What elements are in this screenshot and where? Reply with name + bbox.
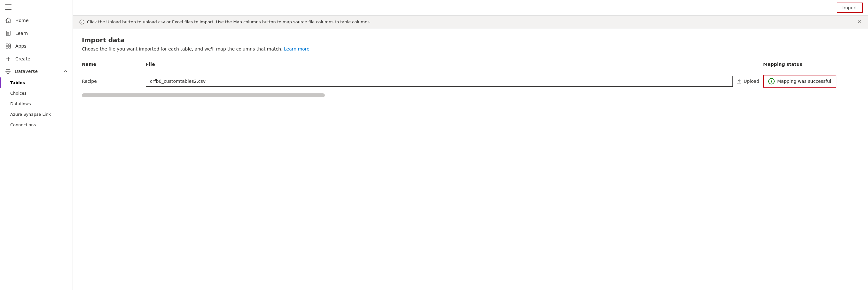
learn-more-link[interactable]: Learn more: [284, 46, 309, 52]
mapping-status-text: Mapping was successful: [777, 79, 831, 84]
content-area: Import data Choose the file you want imp…: [73, 28, 868, 290]
file-input-row: crfb6_customtables2.csv Upload: [146, 76, 759, 87]
sidebar-item-create-label: Create: [16, 56, 30, 61]
info-banner-close[interactable]: ✕: [858, 19, 862, 25]
upload-label: Upload: [744, 79, 759, 84]
chevron-up-icon: [64, 69, 67, 73]
upload-button[interactable]: Upload: [737, 79, 759, 84]
svg-rect-6: [6, 46, 8, 48]
scroll-track[interactable]: [82, 93, 325, 97]
sidebar-item-azure-synapse-label: Azure Synapse Link: [10, 112, 51, 117]
svg-rect-7: [9, 46, 10, 48]
col-header-mapping-status: Mapping status: [763, 59, 859, 70]
upload-icon: [737, 79, 742, 84]
import-table: Name File Mapping status Recipe crfb6_cu…: [82, 59, 859, 92]
sidebar-item-home-label: Home: [16, 18, 28, 23]
sidebar-item-apps-label: Apps: [16, 43, 27, 49]
sidebar-item-connections[interactable]: Connections: [0, 120, 72, 130]
page-title: Import data: [82, 36, 859, 44]
table-row: Recipe crfb6_customtables2.csv: [82, 70, 859, 92]
sidebar-item-azure-synapse[interactable]: Azure Synapse Link: [0, 109, 72, 120]
sidebar-dataverse-section[interactable]: Dataverse: [0, 65, 72, 77]
success-icon: i: [768, 78, 775, 85]
sidebar-item-choices-label: Choices: [10, 91, 27, 96]
hamburger-icon[interactable]: [5, 4, 11, 9]
plus-icon: [5, 56, 11, 62]
col-header-name: Name: [82, 59, 146, 70]
sidebar-item-tables[interactable]: Tables: [0, 77, 72, 88]
import-button[interactable]: Import: [837, 3, 863, 13]
file-name: crfb6_customtables2.csv: [150, 79, 206, 84]
grid-icon: [5, 43, 11, 49]
sidebar-item-choices[interactable]: Choices: [0, 88, 72, 98]
svg-point-15: [82, 21, 82, 21]
sidebar-item-tables-label: Tables: [10, 80, 25, 85]
dataverse-icon: [5, 68, 11, 74]
mapping-status-box: i Mapping was successful: [763, 75, 836, 88]
sidebar-item-apps[interactable]: Apps: [0, 40, 72, 53]
file-input-box: crfb6_customtables2.csv: [146, 76, 733, 87]
sidebar-dataverse-label: Dataverse: [15, 69, 38, 74]
sidebar-item-dataflows-label: Dataflows: [10, 101, 31, 106]
book-icon: [5, 30, 11, 36]
svg-rect-5: [9, 44, 10, 46]
info-banner: Click the Upload button to upload csv or…: [73, 16, 868, 28]
sidebar-item-dataflows[interactable]: Dataflows: [0, 98, 72, 109]
col-header-file: File: [146, 59, 763, 70]
sidebar: Home Learn Apps: [0, 0, 73, 290]
info-banner-text: Click the Upload button to upload csv or…: [87, 20, 371, 24]
main-area: Import Click the Upload button to upload…: [73, 0, 868, 290]
home-icon: [5, 17, 11, 24]
sidebar-item-learn-label: Learn: [16, 31, 28, 36]
sidebar-item-create[interactable]: Create: [0, 53, 72, 65]
mapping-status-cell: i Mapping was successful: [763, 75, 855, 88]
sidebar-item-connections-label: Connections: [10, 123, 36, 127]
svg-rect-4: [6, 44, 8, 46]
row-name: Recipe: [82, 79, 97, 84]
topbar: Import: [73, 0, 868, 16]
page-description: Choose the file you want imported for ea…: [82, 46, 859, 52]
info-icon: [79, 20, 84, 25]
sidebar-item-home[interactable]: Home: [0, 14, 72, 27]
sidebar-item-learn[interactable]: Learn: [0, 27, 72, 40]
sidebar-header: [0, 0, 72, 14]
